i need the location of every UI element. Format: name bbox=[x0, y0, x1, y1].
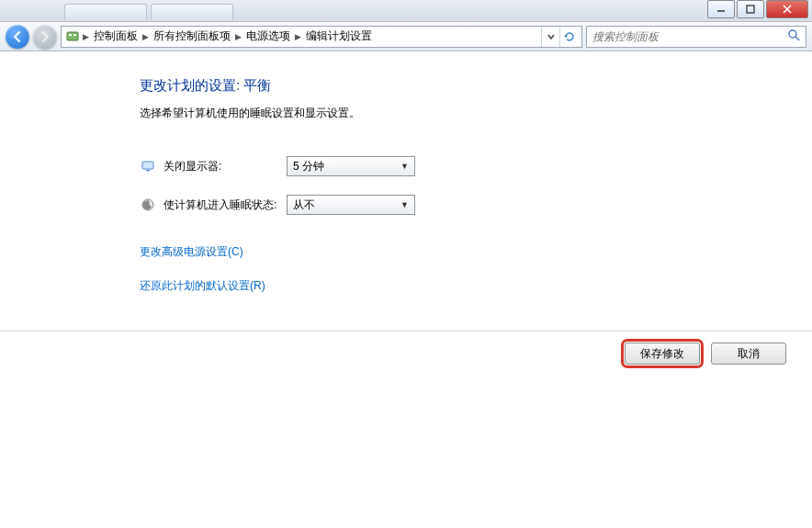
chevron-down-icon: ▼ bbox=[400, 162, 409, 171]
restore-defaults-link[interactable]: 还原此计划的默认设置(R) bbox=[140, 278, 683, 294]
title-bar bbox=[0, 0, 812, 22]
chevron-down-icon: ▼ bbox=[400, 200, 409, 209]
button-bar: 保存修改 取消 bbox=[0, 331, 812, 365]
search-input[interactable] bbox=[592, 30, 787, 43]
forward-button[interactable] bbox=[33, 25, 57, 49]
window: ▶ 控制面板 ▶ 所有控制面板项 ▶ 电源选项 ▶ 编辑计划设置 bbox=[0, 0, 812, 528]
svg-point-7 bbox=[789, 30, 796, 38]
chevron-right-icon: ▶ bbox=[141, 32, 150, 41]
svg-rect-1 bbox=[747, 6, 754, 13]
chevron-right-icon: ▶ bbox=[294, 32, 302, 41]
sleep-dropdown[interactable]: 从不 ▼ bbox=[287, 195, 415, 215]
save-button[interactable]: 保存修改 bbox=[625, 343, 700, 365]
sleep-label: 使计算机进入睡眠状态: bbox=[164, 197, 287, 213]
search-icon[interactable] bbox=[787, 28, 800, 44]
display-off-dropdown[interactable]: 5 分钟 ▼ bbox=[287, 156, 415, 176]
setting-row-sleep: 使计算机进入睡眠状态: 从不 ▼ bbox=[140, 195, 683, 215]
svg-rect-9 bbox=[142, 162, 153, 169]
display-off-value: 5 分钟 bbox=[293, 159, 324, 174]
maximize-button[interactable] bbox=[737, 0, 764, 18]
search-box[interactable] bbox=[586, 26, 806, 48]
display-icon bbox=[140, 158, 156, 174]
address-dropdown-button[interactable] bbox=[541, 27, 559, 47]
content-area: 更改计划的设置: 平衡 选择希望计算机使用的睡眠设置和显示设置。 关闭显示器: … bbox=[0, 51, 812, 528]
links: 更改高级电源设置(C) 还原此计划的默认设置(R) bbox=[140, 244, 683, 294]
tab-strip bbox=[64, 4, 233, 20]
browser-tab[interactable] bbox=[64, 4, 147, 20]
chevron-right-icon: ▶ bbox=[82, 32, 90, 41]
breadcrumb-item[interactable]: 电源选项 bbox=[244, 28, 292, 44]
advanced-power-link[interactable]: 更改高级电源设置(C) bbox=[140, 244, 683, 260]
svg-rect-4 bbox=[67, 32, 78, 40]
address-bar[interactable]: ▶ 控制面板 ▶ 所有控制面板项 ▶ 电源选项 ▶ 编辑计划设置 bbox=[61, 26, 582, 48]
close-button[interactable] bbox=[766, 0, 808, 18]
breadcrumb-item[interactable]: 控制面板 bbox=[92, 28, 140, 44]
page-subtext: 选择希望计算机使用的睡眠设置和显示设置。 bbox=[140, 106, 683, 121]
breadcrumb-item[interactable]: 所有控制面板项 bbox=[152, 28, 232, 44]
sleep-value: 从不 bbox=[293, 197, 315, 213]
svg-rect-5 bbox=[69, 34, 72, 36]
refresh-button[interactable] bbox=[559, 27, 578, 47]
svg-rect-10 bbox=[146, 170, 150, 172]
minimize-button[interactable] bbox=[707, 0, 735, 18]
breadcrumb-item[interactable]: 编辑计划设置 bbox=[304, 28, 374, 44]
page-heading: 更改计划的设置: 平衡 bbox=[140, 77, 683, 95]
setting-row-display: 关闭显示器: 5 分钟 ▼ bbox=[140, 156, 683, 176]
chevron-right-icon: ▶ bbox=[234, 32, 242, 41]
svg-rect-6 bbox=[73, 34, 76, 36]
browser-tab[interactable] bbox=[151, 4, 233, 20]
sleep-icon bbox=[140, 197, 156, 213]
nav-bar: ▶ 控制面板 ▶ 所有控制面板项 ▶ 电源选项 ▶ 编辑计划设置 bbox=[0, 22, 812, 51]
back-button[interactable] bbox=[6, 25, 29, 49]
svg-line-8 bbox=[795, 37, 799, 40]
display-off-label: 关闭显示器: bbox=[164, 159, 287, 174]
window-controls bbox=[705, 0, 808, 22]
control-panel-icon bbox=[65, 29, 80, 44]
cancel-button[interactable]: 取消 bbox=[711, 343, 786, 365]
